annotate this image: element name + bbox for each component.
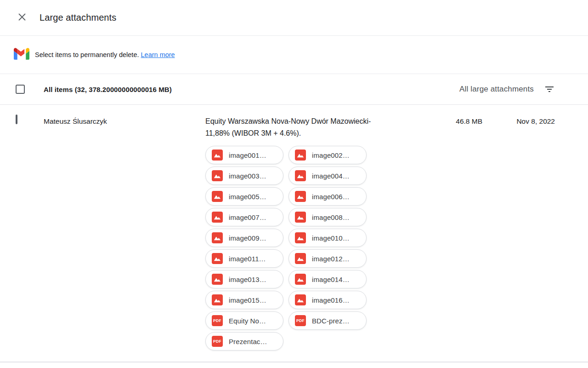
row-size: 46.8 MB [413, 115, 482, 127]
attachment-name: image014… [312, 276, 350, 283]
close-icon [17, 12, 27, 23]
attachment-name: Prezentac… [229, 338, 267, 345]
pdf-attachment-icon: PDF [212, 336, 223, 347]
filter-button[interactable]: All large attachments [459, 83, 555, 96]
image-attachment-icon [295, 253, 306, 264]
attachment-chip[interactable]: PDF BDC-prez… [288, 311, 367, 330]
image-attachment-icon [212, 150, 223, 161]
attachment-chip[interactable]: image005… [205, 187, 283, 206]
image-attachment-icon [295, 150, 306, 161]
attachment-chip[interactable]: image006… [288, 187, 367, 206]
attachment-chip[interactable]: image009… [205, 229, 283, 247]
attachment-name: image007… [229, 213, 266, 221]
image-attachment-icon [212, 212, 223, 223]
attachment-chip[interactable]: image001… [205, 146, 283, 164]
attachment-name: image016… [312, 296, 350, 304]
large-attachments-page: Large attachments Select items to perman… [0, 0, 588, 368]
attachment-name: image002… [312, 151, 350, 159]
attachment-chip[interactable]: image007… [205, 208, 283, 226]
filter-icon [544, 83, 555, 96]
attachment-name: image012… [312, 255, 350, 263]
image-attachment-icon [212, 232, 223, 243]
image-attachment-icon [295, 294, 306, 305]
attachment-chip[interactable]: image013… [205, 270, 283, 288]
image-attachment-icon [295, 232, 306, 243]
attachment-name: image009… [229, 234, 266, 242]
row-date: Nov 8, 2022 [482, 115, 555, 127]
image-attachment-icon [295, 212, 306, 223]
attachment-chip[interactable]: image008… [288, 208, 367, 226]
header: Large attachments [0, 0, 588, 36]
page-title: Large attachments [40, 12, 116, 23]
attachment-name: image011… [229, 255, 266, 263]
image-attachment-icon [212, 253, 223, 264]
attachment-chip[interactable]: image015… [205, 291, 283, 309]
attachment-name: image005… [229, 193, 266, 201]
attachment-name: image001… [229, 151, 266, 159]
attachment-chip[interactable]: image011… [205, 249, 283, 268]
close-button[interactable] [16, 12, 28, 24]
attachment-row: Mateusz Ślusarczyk Equity Warszawska Nov… [0, 105, 588, 362]
image-attachment-icon [295, 274, 306, 285]
gmail-icon [14, 48, 29, 62]
image-attachment-icon [295, 170, 306, 181]
notice-text: Select items to permanently delete. [35, 51, 139, 58]
attachment-name: BDC-prez… [312, 317, 350, 325]
row-middle: Equity Warszawska Nova-Nowy Dwór Mazowie… [205, 115, 413, 351]
attachment-chips: image001… image002… image003… image004… … [205, 146, 367, 351]
pdf-attachment-icon: PDF [212, 315, 223, 326]
attachment-chip[interactable]: PDF Equity No… [205, 311, 283, 330]
notice-bar: Select items to permanently delete. Lear… [0, 36, 588, 74]
filter-label: All large attachments [459, 85, 534, 94]
attachment-chip[interactable]: image003… [205, 167, 283, 185]
row-checkbox[interactable] [16, 115, 17, 124]
attachment-name: image004… [312, 172, 350, 180]
attachment-name: image010… [312, 234, 350, 242]
image-attachment-icon [212, 191, 223, 202]
attachment-chip[interactable]: image012… [288, 249, 367, 268]
row-subject: Equity Warszawska Nova-Nowy Dwór Mazowie… [205, 115, 389, 139]
attachment-name: image008… [312, 213, 350, 221]
attachment-name: Equity No… [229, 317, 266, 325]
attachment-name: image015… [229, 296, 266, 304]
attachment-chip[interactable]: image016… [288, 291, 367, 309]
attachment-chip[interactable]: PDF Prezentac… [205, 332, 283, 351]
image-attachment-icon [295, 191, 306, 202]
image-attachment-icon [212, 294, 223, 305]
select-all-checkbox[interactable] [16, 85, 25, 94]
attachment-name: image003… [229, 172, 266, 180]
select-all-label: All items (32, 378.20000000000016 MB) [44, 86, 172, 93]
attachment-name: image013… [229, 276, 266, 283]
attachment-chip[interactable]: image004… [288, 167, 367, 185]
learn-more-link[interactable]: Learn more [141, 51, 175, 58]
image-attachment-icon [212, 170, 223, 181]
select-all-row: All items (32, 378.20000000000016 MB) Al… [0, 74, 588, 105]
pdf-attachment-icon: PDF [295, 315, 306, 326]
image-attachment-icon [212, 274, 223, 285]
row-sender: Mateusz Ślusarczyk [44, 115, 205, 127]
attachment-chip[interactable]: image002… [288, 146, 367, 164]
attachment-chip[interactable]: image014… [288, 270, 367, 288]
attachment-chip[interactable]: image010… [288, 229, 367, 247]
attachment-name: image006… [312, 193, 350, 201]
